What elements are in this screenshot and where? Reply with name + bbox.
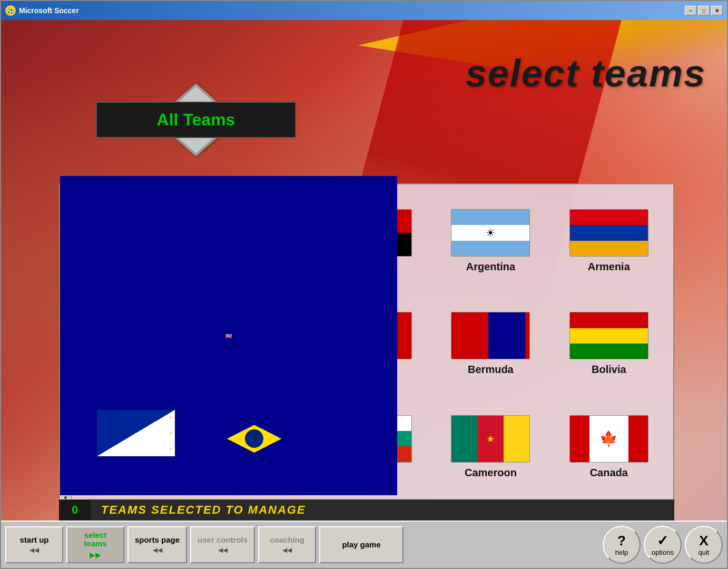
team-canada[interactable]: 🍁 Canada	[550, 396, 668, 498]
flag-cameroon: ★	[451, 415, 530, 463]
close-button[interactable]: ✕	[711, 6, 723, 15]
team-name-bermuda: Bermuda	[468, 364, 514, 376]
startup-label: start up	[19, 536, 48, 545]
coaching-label: coaching	[270, 536, 304, 545]
title-bar: ⚽ Microsoft Soccer – □ ✕	[1, 1, 727, 20]
sports-page-label: sports page	[135, 536, 180, 545]
user-controls-label: user controls	[198, 536, 248, 545]
coaching-arrows: ◀◀	[282, 546, 292, 554]
teams-panel: ▲ ▼ 🦅 Albania	[59, 183, 674, 505]
maximize-button[interactable]: □	[698, 6, 710, 15]
category-selector: All Teams	[96, 83, 296, 156]
select-teams-nav-button[interactable]: selectteams ▶▶	[66, 526, 124, 563]
options-button[interactable]: ✓ options	[644, 526, 682, 564]
user-controls-arrows: ◀◀	[218, 546, 228, 554]
quit-symbol: X	[699, 534, 708, 547]
sports-page-nav-button[interactable]: sports page ◀◀	[127, 526, 187, 563]
category-display: All Teams	[96, 102, 296, 138]
quit-label: quit	[699, 548, 710, 556]
startup-arrows: ◀◀	[29, 546, 39, 554]
flag-bosnia: ★ ★ ★	[96, 409, 175, 457]
main-content: select teams All Teams ▲ ▼	[1, 20, 727, 568]
team-bermuda[interactable]: 🇬🇧 Bermuda	[431, 292, 549, 395]
flag-canada: 🍁	[569, 415, 648, 463]
help-symbol: ?	[617, 534, 626, 547]
window-controls: – □ ✕	[685, 6, 723, 15]
page-title: select teams	[466, 52, 706, 95]
team-name-cameroon: Cameroon	[465, 467, 517, 479]
app-window: ⚽ Microsoft Soccer – □ ✕ select teams Al…	[0, 0, 728, 569]
app-icon: ⚽	[5, 5, 16, 16]
team-name-bolivia: Bolivia	[592, 364, 626, 376]
flag-armenia	[569, 209, 648, 257]
teams-selected-count: 0	[59, 500, 91, 520]
flag-bermuda: 🇬🇧	[451, 312, 530, 359]
bottom-nav: start up ◀◀ selectteams ▶▶ sports page ◀…	[1, 521, 727, 568]
play-game-label: play game	[342, 541, 380, 550]
flag-argentina: ☀	[451, 209, 530, 257]
startup-nav-button[interactable]: start up ◀◀	[5, 526, 63, 563]
select-teams-arrows: ▶▶	[90, 551, 101, 559]
category-down-button[interactable]	[175, 138, 217, 156]
play-game-nav-button[interactable]: play game	[319, 526, 404, 563]
flag-bolivia	[569, 312, 648, 359]
coaching-nav-button[interactable]: coaching ◀◀	[258, 526, 316, 563]
team-armenia[interactable]: Armenia	[550, 190, 668, 292]
team-name-argentina: Argentina	[466, 261, 515, 273]
window-title: Microsoft Soccer	[19, 6, 685, 15]
options-symbol: ✓	[657, 534, 668, 547]
status-bar: 0 TEAMS SELECTED TO MANAGE	[59, 499, 674, 521]
team-bolivia[interactable]: Bolivia	[550, 292, 668, 395]
help-button[interactable]: ? help	[603, 526, 641, 564]
sports-page-arrows: ◀◀	[153, 546, 162, 554]
quit-button[interactable]: X quit	[685, 526, 723, 564]
minimize-button[interactable]: –	[685, 6, 696, 15]
teams-selected-label: TEAMS SELECTED TO MANAGE	[91, 503, 317, 517]
category-up-button[interactable]	[175, 83, 217, 102]
team-cameroon[interactable]: ★ Cameroon	[431, 396, 549, 498]
team-name-armenia: Armenia	[588, 261, 630, 273]
category-label: All Teams	[157, 110, 235, 129]
user-controls-nav-button[interactable]: user controls ◀◀	[190, 526, 255, 563]
options-label: options	[652, 548, 674, 556]
team-argentina[interactable]: ☀ Argentina	[431, 190, 549, 292]
teams-grid: 🦅 Albania ☽ Algeria	[72, 184, 673, 504]
team-name-canada: Canada	[590, 467, 628, 479]
help-label: help	[615, 548, 628, 556]
select-teams-label: selectteams	[84, 531, 106, 548]
